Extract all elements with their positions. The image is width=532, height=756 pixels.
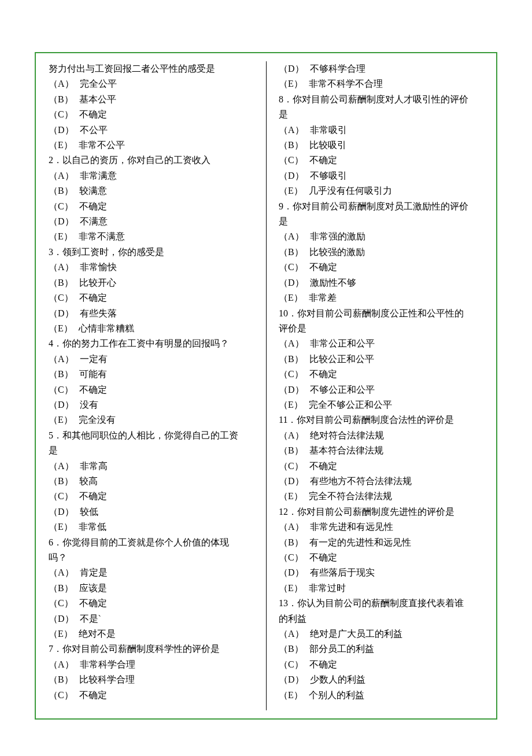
option-label: （B） — [279, 247, 304, 257]
option-text: 有些落后于现实 — [310, 567, 375, 577]
option-label: （C） — [49, 385, 73, 394]
question-title: 7．你对目前公司薪酬制度科学性的评价是 — [36, 641, 266, 657]
option-label: （C） — [49, 109, 73, 119]
option: （A）非常公正和公平 — [266, 336, 496, 351]
option: （E）个别人的利益 — [266, 688, 496, 703]
option-label: （D） — [279, 476, 304, 486]
option-label: （A） — [49, 171, 74, 180]
option-label: （A） — [49, 461, 74, 471]
option: （D）有些地方不符合法律法规 — [266, 474, 496, 489]
option-text: 肯定是 — [80, 567, 108, 577]
option-text: 比较吸引 — [309, 140, 346, 150]
option-text: 绝对不是 — [79, 629, 116, 639]
question-title: 8．你对目前公司薪酬制度对人才吸引性的评价 — [266, 92, 496, 107]
option: （C）不确定 — [36, 688, 266, 703]
option-label: （B） — [49, 476, 73, 486]
option-text: 少数人的利益 — [310, 674, 365, 684]
option-label: （D） — [279, 171, 304, 180]
option-text: 非常不科学不合理 — [309, 79, 383, 88]
option: （E）完全不够公正和公平 — [266, 397, 496, 412]
option: （B）有一定的先进性和远见性 — [266, 535, 496, 550]
option-label: （D） — [279, 567, 304, 577]
option-label: （D） — [279, 278, 304, 287]
option-label: （A） — [49, 79, 74, 88]
option-label: （A） — [279, 430, 304, 440]
option: （D）较低 — [36, 504, 266, 519]
option-label: （E） — [279, 690, 303, 700]
option-text: 不确定 — [309, 461, 337, 471]
option-text: 不确定 — [309, 552, 337, 562]
option-label: （B） — [49, 94, 73, 104]
option-label: （B） — [279, 537, 304, 547]
option-label: （B） — [49, 278, 73, 287]
option: （E）非常不公平 — [36, 138, 266, 153]
option: （E）心情非常糟糕 — [36, 321, 266, 336]
question-title: 9．你对目前公司薪酬制度对员工激励性的评价 — [266, 199, 496, 214]
option-text: 比较开心 — [79, 278, 116, 287]
option: （C）不确定 — [266, 657, 496, 672]
option-text: 激励性不够 — [310, 278, 356, 287]
option-label: （A） — [279, 629, 304, 639]
option: （E）完全不符合法律法规 — [266, 489, 496, 504]
option: （C）不确定 — [36, 199, 266, 214]
question-title: 4．你的努力工作在工资中有明显的回报吗？ — [36, 336, 266, 351]
option-text: 有些失落 — [80, 308, 117, 318]
option-label: （E） — [49, 415, 73, 425]
option: （E）非常差 — [266, 290, 496, 305]
option-text: 非常过时 — [309, 583, 346, 593]
question-title-cont: 吗？ — [36, 550, 266, 565]
option-label: （E） — [49, 231, 73, 241]
option-text: 可能有 — [79, 369, 107, 379]
option-text: 不确定 — [309, 155, 337, 165]
option: （E）非常过时 — [266, 581, 496, 596]
option-label: （D） — [279, 64, 304, 73]
option-label: （E） — [279, 186, 303, 196]
option-label: （E） — [49, 323, 73, 333]
option-label: （E） — [49, 629, 73, 639]
option-label: （A） — [279, 338, 304, 348]
option-text: 完全不够公正和公平 — [309, 400, 392, 410]
option: （A）肯定是 — [36, 565, 266, 580]
option: （C）不确定 — [266, 550, 496, 565]
option-label: （C） — [279, 262, 304, 272]
option-label: （A） — [49, 659, 74, 669]
option-label: （C） — [49, 690, 73, 700]
option-text: 不确定 — [79, 109, 107, 119]
option: （D）不公平 — [36, 123, 266, 138]
option-text: 绝对是广大员工的利益 — [310, 629, 402, 639]
option-text: 非常高 — [80, 461, 108, 471]
option-label: （B） — [279, 140, 304, 150]
option-text: 不是` — [80, 614, 101, 624]
option: （E）完全没有 — [36, 412, 266, 427]
option: （C）不确定 — [36, 596, 266, 611]
option-text: 基本公平 — [79, 94, 116, 104]
option-text: 较高 — [79, 476, 98, 486]
question-title: 12．你对目前公司薪酬制度先进性的评价是 — [266, 504, 496, 519]
option: （A）非常强的激励 — [266, 229, 496, 244]
question-title-cont: 评价是 — [266, 321, 496, 336]
option-text: 应该是 — [79, 583, 107, 593]
option-text: 非常科学合理 — [80, 659, 135, 669]
option-text: 不够科学合理 — [310, 64, 365, 73]
question-title-cont: 是 — [266, 214, 496, 229]
option-label: （C） — [279, 461, 304, 471]
option: （A）绝对符合法律法规 — [266, 428, 496, 443]
option: （A）非常高 — [36, 459, 266, 474]
option-label: （B） — [279, 644, 304, 654]
option: （A）绝对是广大员工的利益 — [266, 626, 496, 641]
option-label: （E） — [49, 140, 73, 150]
option-text: 心情非常糟糕 — [79, 323, 134, 333]
option: （C）不确定 — [266, 367, 496, 382]
option-label: （E） — [279, 79, 303, 88]
option-label: （D） — [49, 507, 74, 517]
option-label: （A） — [49, 567, 74, 577]
option: （A）一定有 — [36, 352, 266, 367]
option-text: 非常强的激励 — [310, 231, 365, 241]
option-label: （C） — [49, 201, 73, 211]
option-text: 非常不公平 — [79, 140, 125, 150]
option-text: 完全没有 — [79, 415, 116, 425]
option-text: 不确定 — [79, 293, 107, 303]
option-label: （A） — [279, 125, 304, 135]
option-text: 不确定 — [79, 201, 107, 211]
option: （A）非常吸引 — [266, 123, 496, 138]
